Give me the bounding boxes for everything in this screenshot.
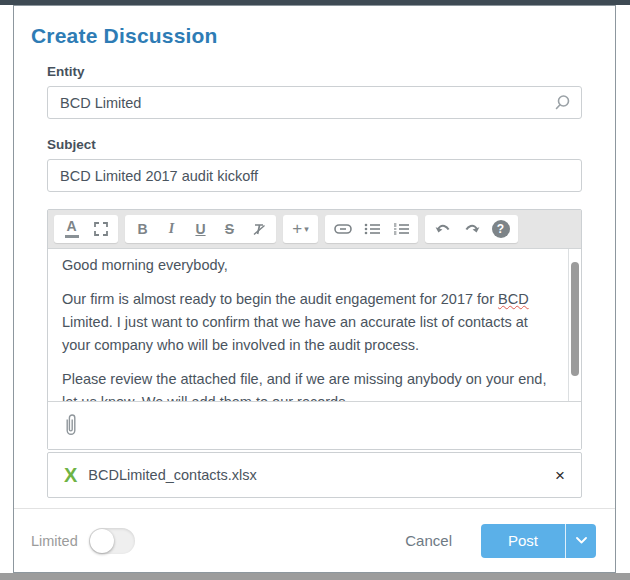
entity-input-wrap	[47, 86, 582, 119]
underline-button[interactable]: U	[186, 216, 215, 242]
font-color-bar	[65, 235, 79, 238]
subject-label: Subject	[47, 137, 582, 152]
undo-button[interactable]	[428, 216, 457, 242]
limited-toggle-label: Limited	[31, 533, 78, 549]
modal-body: Create Discussion Entity Subject	[14, 6, 615, 508]
redo-button[interactable]	[457, 216, 486, 242]
font-color-icon: A	[66, 220, 76, 232]
limited-toggle[interactable]	[89, 528, 135, 554]
link-icon	[334, 224, 352, 234]
message-paragraph: Please review the attached file, and if …	[62, 368, 553, 401]
search-icon[interactable]	[554, 94, 571, 111]
editor-toolbar: A B I U	[48, 210, 581, 248]
attached-file-row: X BCDLimited_contacts.xlsx ×	[47, 452, 582, 498]
discussion-form: Entity Subject	[47, 64, 582, 498]
create-discussion-modal: Create Discussion Entity Subject	[13, 5, 616, 573]
chevron-down-icon	[576, 537, 587, 544]
clear-format-icon	[251, 222, 267, 236]
entity-label: Entity	[47, 64, 582, 79]
caret-down-icon: ▾	[304, 224, 309, 234]
create-discussion-dialog: Create Discussion Entity Subject	[0, 0, 630, 580]
italic-button[interactable]: I	[157, 216, 186, 242]
modal-footer: Limited Cancel Post	[14, 508, 615, 572]
message-paragraph: Good morning everybody,	[62, 254, 553, 277]
unordered-list-button[interactable]	[357, 216, 386, 242]
ordered-list-button[interactable]	[386, 216, 415, 242]
link-button[interactable]	[328, 216, 357, 242]
rich-text-editor: A B I U	[47, 209, 582, 450]
subject-input[interactable]	[47, 159, 582, 192]
attached-filename: BCDLimited_contacts.xlsx	[88, 467, 256, 483]
toolbar-group-format: B I U S	[125, 215, 276, 243]
entity-input[interactable]	[47, 86, 582, 119]
message-paragraph: Our firm is almost ready to begin the au…	[62, 288, 553, 357]
toggle-knob	[90, 529, 114, 553]
help-button[interactable]: ?	[486, 216, 515, 242]
undo-icon	[435, 223, 451, 236]
toolbar-group-lists	[325, 215, 418, 243]
plus-icon: +	[292, 219, 302, 239]
insert-button[interactable]: + ▾	[286, 216, 315, 242]
post-split-button: Post	[481, 524, 596, 558]
page-title: Create Discussion	[31, 24, 598, 48]
toolbar-group-insert: + ▾	[283, 215, 318, 243]
background-bottom-strip	[0, 573, 630, 580]
bold-button[interactable]: B	[128, 216, 157, 242]
cancel-button[interactable]: Cancel	[405, 532, 452, 549]
scrollbar-thumb[interactable]	[571, 262, 579, 376]
editor-scrollbar[interactable]	[568, 249, 581, 401]
attachment-drop-zone[interactable]	[48, 401, 581, 449]
fullscreen-icon	[94, 222, 108, 236]
redo-icon	[464, 223, 480, 236]
fullscreen-button[interactable]	[86, 216, 115, 242]
strikethrough-button[interactable]: S	[215, 216, 244, 242]
excel-file-icon: X	[64, 464, 77, 487]
message-body-editor[interactable]: Good morning everybody, Our firm is almo…	[48, 248, 581, 401]
toolbar-group-history: ?	[425, 215, 518, 243]
font-color-button[interactable]: A	[57, 216, 86, 242]
clear-format-button[interactable]	[244, 216, 273, 242]
ordered-list-icon	[393, 223, 409, 235]
unordered-list-icon	[364, 223, 380, 235]
paperclip-icon	[64, 413, 78, 439]
help-icon: ?	[492, 220, 510, 238]
toolbar-group-style: A	[54, 215, 118, 243]
post-button[interactable]: Post	[481, 524, 565, 558]
remove-attachment-button[interactable]: ×	[555, 467, 565, 484]
spellcheck-word: BCD	[498, 291, 529, 307]
post-options-button[interactable]	[565, 524, 596, 558]
